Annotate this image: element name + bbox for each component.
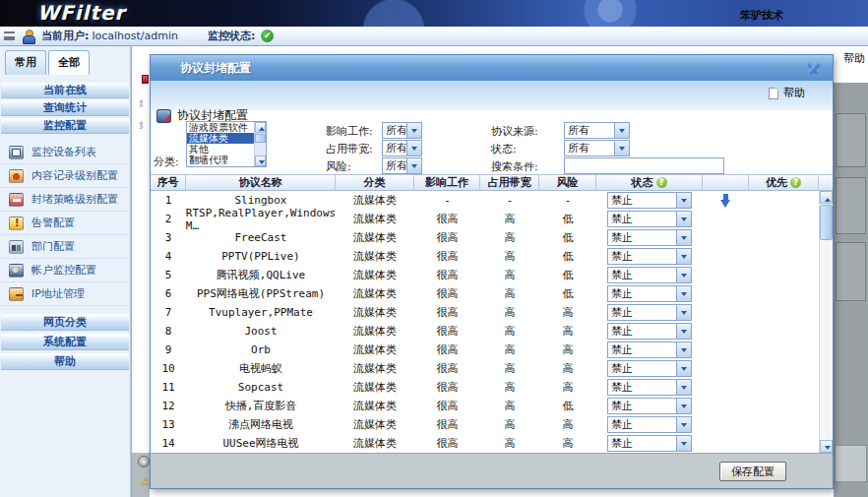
sidebar-item-监控设备列表[interactable]: 监控设备列表 — [0, 141, 130, 164]
state-dropdown[interactable]: 禁止 — [607, 304, 692, 321]
state-filter-label: 状态: — [491, 142, 517, 156]
sidebar-item-label: 帐户监控配置 — [31, 263, 96, 278]
sidebar-group-查询统计[interactable]: 查询统计 — [1, 100, 129, 116]
dialog-help-link[interactable]: 帮助 — [769, 86, 805, 100]
chevron-down-icon[interactable] — [676, 399, 691, 413]
cell-no: 13 — [151, 415, 186, 434]
scroll-down-icon[interactable] — [255, 155, 266, 166]
cell-action — [703, 397, 749, 415]
block-policy-icon — [9, 193, 24, 207]
chevron-down-icon[interactable] — [676, 324, 691, 339]
source-filter-dropdown[interactable]: 所有 — [564, 122, 630, 139]
chevron-down-icon[interactable] — [676, 212, 691, 226]
chevron-down-icon[interactable] — [676, 380, 691, 395]
scrollbar-thumb[interactable] — [820, 205, 833, 240]
sidebar-item-部门配置[interactable]: 部门配置 — [0, 235, 130, 259]
chevron-down-icon[interactable] — [676, 249, 691, 264]
cell-protocol-name: FreeCast — [186, 228, 336, 247]
move-down-arrow-icon[interactable] — [720, 194, 731, 208]
chevron-down-icon[interactable] — [676, 268, 691, 282]
search-input[interactable] — [564, 157, 724, 174]
sidebar-item-封堵策略级别配置[interactable]: 封堵策略级别配置 — [0, 188, 130, 212]
cell-protocol-name: 快播,百度影音 — [186, 397, 336, 415]
state-dropdown[interactable]: 禁止 — [607, 192, 692, 209]
background-panel — [836, 113, 866, 167]
state-dropdown[interactable]: 禁止 — [607, 342, 692, 358]
state-dropdown[interactable]: 禁止 — [607, 323, 692, 340]
cell-bandwidth: 高 — [480, 415, 539, 434]
scroll-up-icon[interactable] — [255, 122, 266, 133]
state-dropdown-value: 禁止 — [608, 380, 676, 395]
cell-bandwidth: 高 — [480, 341, 539, 359]
category-listbox[interactable]: 游戏股票软件流媒体类其他翻墙代理远程控制 — [186, 121, 267, 167]
state-dropdown[interactable]: 禁止 — [607, 211, 692, 227]
cell-effect: 很高 — [414, 434, 480, 453]
cell-state: 禁止 — [596, 284, 703, 303]
chevron-down-icon[interactable] — [676, 361, 691, 376]
sidebar-group-当前在线[interactable]: 当前在线 — [1, 83, 129, 98]
state-dropdown[interactable]: 禁止 — [607, 285, 692, 302]
bandwidth-filter-dropdown[interactable]: 所有 — [382, 140, 422, 156]
table-row: 7Tvuplayer,PPMate流媒体类很高高高禁止 — [151, 303, 819, 322]
sidebar-group-监控配置[interactable]: 监控配置 — [1, 118, 129, 134]
chevron-down-icon[interactable] — [614, 141, 629, 155]
sidebar-item-IP地址管理[interactable]: IP地址管理 — [0, 282, 130, 306]
page-help-link[interactable]: 帮助 — [843, 51, 865, 66]
state-dropdown[interactable]: 禁止 — [607, 248, 692, 265]
chevron-down-icon[interactable] — [676, 342, 691, 357]
chevron-down-icon[interactable] — [676, 436, 691, 451]
sidebar-group-系统配置[interactable]: 系统配置 — [1, 334, 129, 350]
state-dropdown[interactable]: 禁止 — [607, 267, 692, 283]
background-button-fragment — [835, 445, 867, 482]
sidebar-group-网页分类[interactable]: 网页分类 — [1, 314, 129, 331]
cell-effect: 很高 — [414, 247, 480, 266]
chevron-down-icon[interactable] — [676, 286, 691, 301]
close-icon[interactable] — [807, 61, 821, 75]
listbox-scrollbar[interactable] — [254, 122, 266, 166]
cell-effect: 很高 — [414, 322, 480, 341]
state-dropdown[interactable]: 禁止 — [607, 379, 692, 396]
state-dropdown[interactable]: 禁止 — [607, 398, 692, 414]
sidebar-group-帮助[interactable]: 帮助 — [1, 353, 129, 370]
menu-icon[interactable] — [4, 31, 15, 40]
scroll-up-icon[interactable] — [820, 191, 833, 204]
state-dropdown[interactable]: 禁止 — [607, 229, 692, 246]
cell-protocol-name: 电视蚂蚁 — [186, 359, 336, 378]
chevron-down-icon[interactable] — [406, 123, 421, 138]
tab-全部[interactable]: 全部 — [48, 50, 90, 75]
cell-category: 流媒体类 — [336, 247, 414, 266]
cell-risk: 高 — [539, 303, 596, 322]
risk-filter-dropdown[interactable]: 所有 — [382, 157, 422, 174]
state-dropdown[interactable]: 禁止 — [607, 435, 692, 452]
chevron-down-icon[interactable] — [614, 123, 629, 138]
sidebar-item-内容记录级别配置[interactable]: 内容记录级别配置 — [0, 164, 130, 188]
chevron-down-icon[interactable] — [676, 193, 691, 208]
table-row: 10电视蚂蚁流媒体类很高高高禁止 — [151, 359, 819, 378]
category-option[interactable]: 翻墙代理 — [187, 155, 254, 165]
save-config-button[interactable]: 保存配置 — [719, 462, 786, 481]
table-scrollbar[interactable] — [819, 191, 833, 453]
state-dropdown-value: 禁止 — [608, 212, 676, 226]
effect-filter-dropdown[interactable]: 所有 — [382, 122, 422, 139]
chevron-down-icon[interactable] — [676, 417, 691, 432]
sidebar-item-告警配置[interactable]: 告警配置 — [0, 212, 130, 235]
sidebar-item-帐户监控配置[interactable]: 帐户监控配置 — [0, 259, 130, 282]
category-option[interactable]: 游戏股票软件 — [187, 122, 254, 133]
chevron-down-icon[interactable] — [406, 158, 421, 173]
cell-action — [703, 228, 749, 247]
help-icon[interactable]: ? — [790, 177, 801, 188]
tab-常用[interactable]: 常用 — [5, 50, 46, 75]
scroll-down-icon[interactable] — [820, 440, 833, 453]
chevron-down-icon[interactable] — [406, 141, 421, 155]
cell-risk: 高 — [539, 359, 596, 378]
chevron-down-icon[interactable] — [676, 230, 691, 245]
help-icon[interactable]: ? — [656, 177, 667, 188]
scrollbar-thumb[interactable] — [255, 134, 266, 143]
state-dropdown[interactable]: 禁止 — [607, 360, 692, 377]
category-option[interactable]: 其他 — [187, 144, 254, 155]
chevron-down-icon[interactable] — [676, 305, 691, 320]
state-filter-dropdown[interactable]: 所有 — [564, 140, 630, 156]
category-option[interactable]: 流媒体类 — [187, 133, 254, 144]
state-dropdown[interactable]: 禁止 — [607, 416, 692, 433]
category-option[interactable]: 远程控制 — [187, 165, 254, 167]
